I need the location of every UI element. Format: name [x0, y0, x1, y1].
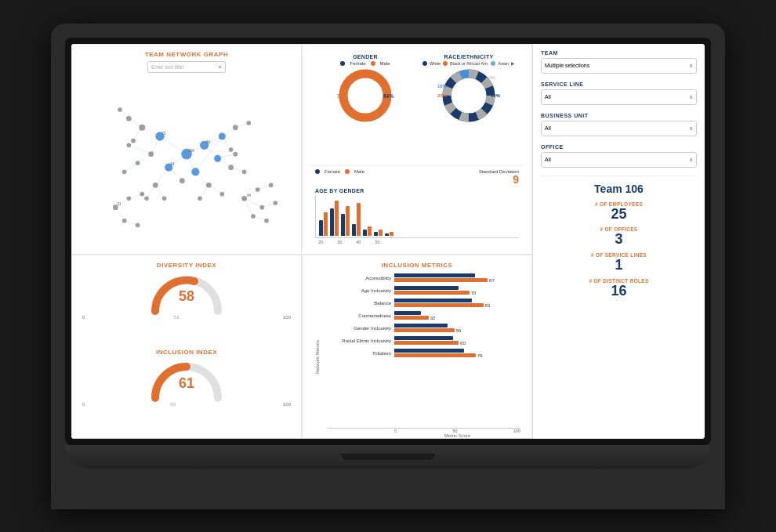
- svg-point-77: [219, 132, 226, 139]
- team-filter-group: TEAM Multiple selections ∨: [541, 50, 697, 74]
- age-bars: [315, 195, 519, 238]
- business-unit-select[interactable]: All ∨: [541, 121, 697, 136]
- svg-text:44: 44: [247, 194, 252, 197]
- gender-chart: GENDER Female Male: [315, 54, 415, 163]
- network-svg: 10673 8954 4421: [80, 76, 293, 259]
- bar-navy-accessibility: [394, 273, 520, 277]
- service-line-label: SERVICE LINE: [541, 81, 697, 87]
- inclusion-index-title: INCLUSION INDEX: [78, 349, 295, 356]
- team-filter-label: TEAM: [541, 50, 697, 56]
- bar-row-balance: Balance 83: [328, 299, 520, 308]
- age-female-dot: [315, 169, 320, 174]
- diversity-value: 58: [179, 289, 194, 303]
- age-group-6: [374, 230, 383, 236]
- age-female-label: Female: [325, 169, 340, 174]
- diversity-max: 100: [283, 315, 291, 320]
- bar-label-connectedness: Connectedness: [328, 313, 394, 318]
- diversity-gauge: 58: [147, 272, 226, 315]
- navy-bar-balance: [394, 299, 472, 302]
- x-tick-100: 100: [513, 429, 520, 433]
- black-label: Black or African Am.: [450, 61, 488, 66]
- bar-orange-balance: 83: [394, 303, 520, 308]
- business-unit-label: BUSINESS UNIT: [541, 113, 697, 118]
- male-dot: [371, 61, 375, 66]
- roles-value: 16: [549, 284, 689, 299]
- navy-bar-accessibility: [394, 273, 475, 277]
- race-legend: White Black or African Am. Asian ▶: [422, 61, 515, 66]
- diversity-range: 0 53 100: [78, 315, 295, 320]
- x-axis-label: Metric Score: [328, 433, 520, 438]
- x-tick-0: 0: [394, 429, 397, 433]
- age-bar-m3: [346, 206, 350, 236]
- network-section: TEAM NETWORK GRAPH Enter text filter ×: [71, 44, 302, 255]
- svg-point-76: [214, 154, 221, 161]
- svg-point-51: [220, 191, 225, 196]
- age-bar-m7: [390, 232, 393, 236]
- orange-val-gender-inc: 56: [456, 328, 462, 333]
- filter-placeholder: Enter text filter: [151, 64, 184, 70]
- bar-orange-accessibility: 87: [394, 278, 520, 283]
- team-filter-select[interactable]: Multiple selections ∨: [541, 58, 697, 74]
- laptop-outer: TEAM NETWORK GRAPH Enter text filter ×: [51, 24, 725, 509]
- orange-bar-accessibility: [394, 278, 488, 282]
- svg-point-64: [251, 214, 256, 219]
- orange-val-age: 70: [471, 291, 477, 295]
- age-bar-f5: [363, 230, 367, 236]
- bar-group-balance: 83: [394, 299, 520, 308]
- more-indicator: ▶: [511, 61, 515, 66]
- office-select[interactable]: All ∨: [541, 152, 697, 168]
- age-bar-f6: [374, 232, 378, 236]
- svg-point-53: [229, 147, 234, 152]
- age-male-label: Male: [354, 169, 364, 174]
- business-unit-filter-group: BUSINESS UNIT All ∨: [541, 113, 697, 136]
- bar-group-age: 70: [394, 286, 520, 295]
- bar-row-tribalism: Tribalism 76: [328, 349, 520, 358]
- bar-label-racial: Racial Ethnic Inclusivity: [328, 338, 394, 343]
- female-dot: [340, 61, 345, 66]
- svg-point-46: [153, 182, 158, 187]
- service-lines-value: 1: [549, 258, 689, 273]
- charts-section: GENDER Female Male: [302, 44, 532, 255]
- svg-point-59: [241, 195, 247, 201]
- bar-label-accessibility: Accessibility: [328, 276, 394, 280]
- navy-bar-tribalism: [394, 349, 464, 353]
- svg-line-26: [125, 162, 138, 171]
- svg-text:54: 54: [171, 162, 176, 166]
- svg-point-67: [127, 196, 132, 201]
- bar-row-racial: Racial Ethnic Inclusivity 60: [328, 336, 520, 346]
- bar-label-balance: Balance: [328, 301, 394, 306]
- orange-bar-age: [394, 291, 470, 295]
- female-label: Female: [350, 61, 365, 66]
- bar-group-accessibility: 87: [394, 273, 520, 283]
- svg-point-47: [144, 196, 149, 201]
- svg-point-70: [136, 223, 140, 227]
- text-filter[interactable]: Enter text filter ×: [147, 61, 226, 73]
- team-chevron-icon: ∨: [689, 63, 693, 69]
- age-gender-title: AGE BY GENDER: [315, 188, 364, 194]
- service-line-filter-group: SERVICE LINE All ∨: [541, 81, 697, 105]
- filter-clear-icon[interactable]: ×: [218, 63, 222, 71]
- bar-label-age: Age Inclusivity: [328, 288, 394, 293]
- age-bar-m1: [324, 212, 328, 236]
- bar-group-racial: 60: [394, 336, 520, 346]
- x-tick-50: 50: [452, 429, 457, 433]
- svg-point-50: [206, 182, 212, 187]
- svg-point-48: [162, 196, 167, 201]
- service-line-select[interactable]: All ∨: [541, 89, 697, 105]
- bar-row-accessibility: Accessibility 87: [328, 273, 520, 283]
- svg-point-43: [127, 143, 132, 147]
- office-value: All: [545, 157, 551, 162]
- age-group-7: [385, 232, 393, 236]
- svg-text:21: 21: [118, 202, 122, 206]
- svg-point-52: [198, 196, 202, 201]
- svg-point-91: [452, 79, 485, 112]
- navy-bar-age: [394, 286, 459, 290]
- age-bar-f1: [319, 220, 323, 236]
- std-dev-block: Standard Deviation 9: [479, 169, 519, 186]
- bar-group-tribalism: 76: [394, 349, 520, 358]
- bar-group-connectedness: 32: [394, 311, 520, 320]
- bar-orange-gender-inc: 56: [394, 328, 520, 333]
- age-gender-chart: Female Male Standard Deviation 9 AGE BY …: [310, 165, 524, 247]
- age-legend: Female Male: [315, 169, 364, 174]
- laptop-notch: [341, 454, 435, 460]
